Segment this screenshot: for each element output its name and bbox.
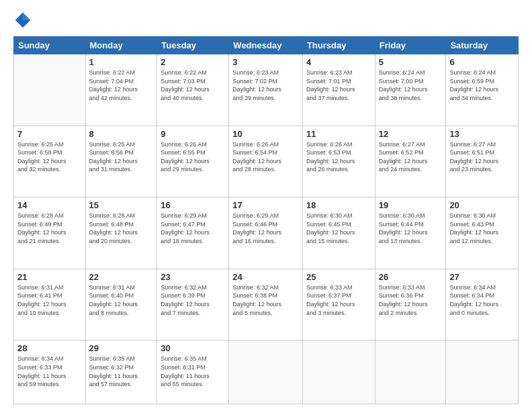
day-info: Sunrise: 6:31 AM Sunset: 6:40 PM Dayligh… [89, 283, 154, 317]
day-info: Sunrise: 6:34 AM Sunset: 6:34 PM Dayligh… [449, 283, 515, 317]
day-info: Sunrise: 6:23 AM Sunset: 7:02 PM Dayligh… [232, 68, 299, 102]
calendar-cell: 6Sunrise: 6:24 AM Sunset: 6:59 PM Daylig… [446, 54, 519, 126]
calendar-cell: 25Sunrise: 6:33 AM Sunset: 6:37 PM Dayli… [302, 269, 375, 340]
calendar-cell: 1Sunrise: 6:22 AM Sunset: 7:04 PM Daylig… [85, 54, 157, 126]
calendar-cell [14, 54, 86, 126]
calendar-cell [302, 340, 375, 404]
day-number: 19 [379, 200, 443, 210]
calendar-cell: 2Sunrise: 6:22 AM Sunset: 7:03 PM Daylig… [157, 54, 229, 126]
day-number: 29 [89, 343, 154, 353]
day-number: 18 [306, 200, 371, 210]
week-row-3: 14Sunrise: 6:28 AM Sunset: 6:49 PM Dayli… [14, 197, 519, 269]
weekday-header-wednesday: Wednesday [229, 37, 303, 54]
day-number: 9 [161, 129, 225, 139]
day-number: 15 [89, 200, 154, 210]
day-number: 27 [449, 272, 515, 282]
day-number: 22 [89, 272, 154, 282]
day-number: 11 [306, 129, 371, 139]
day-number: 26 [379, 272, 443, 282]
day-number: 17 [232, 200, 299, 210]
day-number: 20 [449, 200, 515, 210]
weekday-header-sunday: Sunday [14, 37, 86, 54]
day-info: Sunrise: 6:30 AM Sunset: 6:45 PM Dayligh… [306, 212, 371, 245]
day-info: Sunrise: 6:22 AM Sunset: 7:03 PM Dayligh… [161, 68, 225, 102]
day-info: Sunrise: 6:32 AM Sunset: 6:39 PM Dayligh… [161, 283, 225, 317]
calendar-cell: 27Sunrise: 6:34 AM Sunset: 6:34 PM Dayli… [446, 269, 519, 340]
day-info: Sunrise: 6:30 AM Sunset: 6:44 PM Dayligh… [379, 212, 443, 245]
day-info: Sunrise: 6:33 AM Sunset: 6:36 PM Dayligh… [379, 283, 443, 317]
logo-icon [13, 11, 32, 30]
calendar-cell: 24Sunrise: 6:32 AM Sunset: 6:38 PM Dayli… [229, 269, 303, 340]
page: SundayMondayTuesdayWednesdayThursdayFrid… [0, 0, 532, 411]
day-number: 23 [161, 272, 225, 282]
calendar-cell: 8Sunrise: 6:25 AM Sunset: 6:56 PM Daylig… [85, 126, 157, 197]
calendar-cell: 12Sunrise: 6:27 AM Sunset: 6:52 PM Dayli… [375, 126, 446, 197]
day-info: Sunrise: 6:34 AM Sunset: 6:33 PM Dayligh… [17, 355, 82, 388]
calendar-cell: 3Sunrise: 6:23 AM Sunset: 7:02 PM Daylig… [229, 54, 303, 126]
weekday-header-thursday: Thursday [302, 37, 375, 54]
calendar-cell: 11Sunrise: 6:26 AM Sunset: 6:53 PM Dayli… [302, 126, 375, 197]
calendar-cell: 21Sunrise: 6:31 AM Sunset: 6:41 PM Dayli… [14, 269, 86, 340]
day-info: Sunrise: 6:27 AM Sunset: 6:52 PM Dayligh… [379, 140, 443, 174]
day-info: Sunrise: 6:32 AM Sunset: 6:38 PM Dayligh… [232, 283, 299, 317]
calendar-cell: 7Sunrise: 6:25 AM Sunset: 6:58 PM Daylig… [14, 126, 86, 197]
day-info: Sunrise: 6:25 AM Sunset: 6:56 PM Dayligh… [89, 140, 154, 174]
day-number: 1 [89, 57, 154, 67]
calendar-cell [446, 340, 519, 404]
day-info: Sunrise: 6:26 AM Sunset: 6:54 PM Dayligh… [232, 140, 299, 174]
calendar-cell: 28Sunrise: 6:34 AM Sunset: 6:33 PM Dayli… [14, 340, 86, 404]
day-number: 21 [17, 272, 82, 282]
calendar-cell: 20Sunrise: 6:30 AM Sunset: 6:43 PM Dayli… [446, 197, 519, 269]
day-number: 6 [449, 57, 515, 67]
day-number: 8 [89, 129, 154, 139]
calendar-cell: 18Sunrise: 6:30 AM Sunset: 6:45 PM Dayli… [302, 197, 375, 269]
day-number: 12 [379, 129, 443, 139]
day-number: 2 [161, 57, 225, 67]
day-number: 16 [161, 200, 225, 210]
calendar-cell: 14Sunrise: 6:28 AM Sunset: 6:49 PM Dayli… [14, 197, 86, 269]
calendar-cell: 10Sunrise: 6:26 AM Sunset: 6:54 PM Dayli… [229, 126, 303, 197]
day-number: 10 [232, 129, 299, 139]
day-info: Sunrise: 6:27 AM Sunset: 6:51 PM Dayligh… [449, 140, 515, 174]
calendar-cell: 17Sunrise: 6:29 AM Sunset: 6:46 PM Dayli… [229, 197, 303, 269]
calendar-cell: 30Sunrise: 6:35 AM Sunset: 6:31 PM Dayli… [157, 340, 229, 404]
day-info: Sunrise: 6:33 AM Sunset: 6:37 PM Dayligh… [306, 283, 371, 317]
calendar-cell: 22Sunrise: 6:31 AM Sunset: 6:40 PM Dayli… [85, 269, 157, 340]
calendar-cell: 19Sunrise: 6:30 AM Sunset: 6:44 PM Dayli… [375, 197, 446, 269]
week-row-4: 21Sunrise: 6:31 AM Sunset: 6:41 PM Dayli… [14, 269, 519, 340]
day-info: Sunrise: 6:28 AM Sunset: 6:48 PM Dayligh… [89, 212, 154, 245]
weekday-header-monday: Monday [85, 37, 157, 54]
day-info: Sunrise: 6:35 AM Sunset: 6:31 PM Dayligh… [161, 355, 225, 388]
calendar-cell [375, 340, 446, 404]
calendar-cell: 16Sunrise: 6:29 AM Sunset: 6:47 PM Dayli… [157, 197, 229, 269]
day-number: 24 [232, 272, 299, 282]
weekday-header-row: SundayMondayTuesdayWednesdayThursdayFrid… [14, 37, 519, 54]
logo [13, 11, 35, 30]
day-number: 25 [306, 272, 371, 282]
weekday-header-tuesday: Tuesday [157, 37, 229, 54]
day-number: 3 [232, 57, 299, 67]
day-number: 28 [17, 343, 82, 353]
day-info: Sunrise: 6:30 AM Sunset: 6:43 PM Dayligh… [449, 212, 515, 245]
week-row-2: 7Sunrise: 6:25 AM Sunset: 6:58 PM Daylig… [14, 126, 519, 197]
calendar-cell: 29Sunrise: 6:35 AM Sunset: 6:32 PM Dayli… [85, 340, 157, 404]
day-number: 4 [306, 57, 371, 67]
day-info: Sunrise: 6:35 AM Sunset: 6:32 PM Dayligh… [89, 355, 154, 388]
day-info: Sunrise: 6:31 AM Sunset: 6:41 PM Dayligh… [17, 283, 82, 317]
day-number: 14 [17, 200, 82, 210]
calendar-cell: 23Sunrise: 6:32 AM Sunset: 6:39 PM Dayli… [157, 269, 229, 340]
calendar-cell [229, 340, 303, 404]
calendar-cell: 5Sunrise: 6:24 AM Sunset: 7:00 PM Daylig… [375, 54, 446, 126]
day-info: Sunrise: 6:28 AM Sunset: 6:49 PM Dayligh… [17, 212, 82, 245]
calendar-cell: 26Sunrise: 6:33 AM Sunset: 6:36 PM Dayli… [375, 269, 446, 340]
day-number: 7 [17, 129, 82, 139]
calendar-cell: 15Sunrise: 6:28 AM Sunset: 6:48 PM Dayli… [85, 197, 157, 269]
calendar-table: SundayMondayTuesdayWednesdayThursdayFrid… [13, 36, 519, 404]
day-info: Sunrise: 6:25 AM Sunset: 6:58 PM Dayligh… [17, 140, 82, 174]
day-info: Sunrise: 6:29 AM Sunset: 6:47 PM Dayligh… [161, 212, 225, 245]
header [13, 11, 519, 30]
day-info: Sunrise: 6:29 AM Sunset: 6:46 PM Dayligh… [232, 212, 299, 245]
week-row-5: 28Sunrise: 6:34 AM Sunset: 6:33 PM Dayli… [14, 340, 519, 404]
day-info: Sunrise: 6:26 AM Sunset: 6:55 PM Dayligh… [161, 140, 225, 174]
calendar-cell: 9Sunrise: 6:26 AM Sunset: 6:55 PM Daylig… [157, 126, 229, 197]
